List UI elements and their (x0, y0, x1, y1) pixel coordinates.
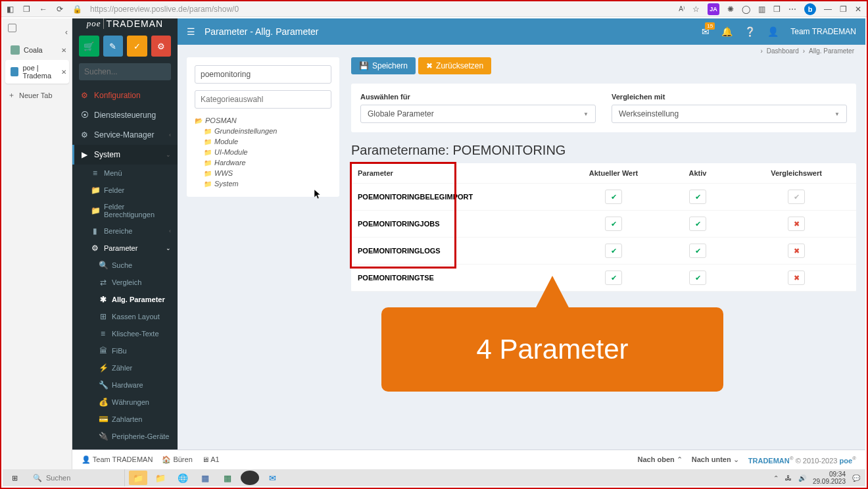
nav-klischee[interactable]: ≡Klischee-Texte (72, 325, 178, 342)
tray-net-icon[interactable]: 🖧 (785, 475, 792, 482)
tab-trademan[interactable]: poe | Tradema ✕ (5, 60, 69, 84)
tree-item[interactable]: 📁Grundeinstellungen (204, 126, 331, 136)
nach-unten-link[interactable]: Nach unten ⌄ (692, 455, 739, 464)
taskbar-app4[interactable]: ● (241, 471, 259, 485)
collections-icon[interactable]: ❐ (23, 5, 30, 14)
settings-button[interactable]: ⚙ (151, 36, 172, 57)
filter-category-input[interactable] (195, 90, 331, 109)
check-icon: ✔ (605, 270, 622, 285)
nav-fibu[interactable]: 🏛FiBu (72, 342, 178, 359)
footer-copyright: TRADEMAN® © 2010-2023 poe® (748, 455, 856, 465)
taskbar-edge[interactable]: 🌐 (174, 471, 192, 485)
user-name[interactable]: Team TRADEMAN (790, 27, 856, 36)
url-bar[interactable]: https://poereview.poslive.de/param/show/… (90, 5, 671, 14)
close-window-icon[interactable]: ✕ (855, 5, 861, 14)
callout-annotation: 4 Parameter (381, 307, 723, 392)
stats-button[interactable]: ✓ (127, 36, 147, 57)
tree-item[interactable]: 📁WWS (204, 168, 331, 178)
chevron-down-icon: ▼ (834, 111, 840, 117)
table-row[interactable]: POEMONITORINGJOBS✔✔✖ (351, 211, 856, 238)
filter-search-input[interactable] (195, 65, 331, 84)
nav-suche[interactable]: 🔍Suche (72, 257, 178, 274)
select-scope[interactable]: Globale Parameter▼ (360, 105, 596, 123)
nav-service[interactable]: ⚙Service-Manager‹ (72, 125, 178, 145)
nav-zahlarten[interactable]: 💳Zahlarten (72, 411, 178, 428)
taskbar-search[interactable]: 🔍 Suchen (26, 469, 125, 486)
nav-hardware[interactable]: 🔧Hardware (72, 376, 178, 394)
taskbar-app[interactable]: 📁 (151, 471, 170, 485)
menu-toggle-icon[interactable]: ☰ (187, 26, 195, 37)
nav-menu[interactable]: ≡Menü (72, 165, 178, 182)
category-tree: 📂POSMAN 📁Grundeinstellungen 📁Module 📁UI-… (195, 115, 331, 189)
table-row[interactable]: POEMONITORINGLOGS✔✔✖ (351, 238, 856, 265)
nav-system[interactable]: ▶System⌄ (72, 145, 178, 165)
split-icon[interactable]: ▥ (758, 5, 765, 14)
nav-felder[interactable]: 📁Felder (72, 182, 178, 199)
read-aloud-icon[interactable]: A⁾ (679, 5, 685, 13)
check-icon: ✔ (788, 190, 805, 204)
check-icon: ✖ (788, 217, 805, 231)
parameter-title: Parametername: POEMONITORING (351, 143, 856, 158)
nav-peripherie[interactable]: 🔌Peripherie-Geräte (72, 428, 178, 445)
nach-oben-link[interactable]: Nach oben ⌃ (638, 455, 683, 464)
edit-button[interactable]: ✎ (103, 36, 124, 57)
collapse-icon[interactable]: ‹ (65, 28, 68, 37)
tree-item[interactable]: 📁Hardware (204, 157, 331, 168)
parameter-table: Parameter Aktueller Wert Aktiv Vergleich… (351, 163, 856, 292)
bell-icon[interactable]: 🔔 (721, 26, 733, 37)
table-row[interactable]: POEMONITORINGBELEGIMPORT✔✔✔ (351, 184, 856, 211)
tree-item[interactable]: 📁Module (204, 136, 331, 147)
sidebar-search-input[interactable] (84, 67, 178, 76)
tray-chevron-icon[interactable]: ⌃ (773, 475, 779, 482)
back-icon[interactable]: ← (39, 5, 47, 14)
filter-panel: 📂POSMAN 📁Grundeinstellungen 📁Module 📁UI-… (187, 57, 339, 197)
bing-icon[interactable]: b (804, 3, 816, 15)
tray-notif-icon[interactable]: 💬 (852, 475, 860, 482)
refresh-icon[interactable]: ⟳ (57, 5, 63, 14)
nav-vergleich[interactable]: ⇄Vergleich (72, 274, 178, 291)
app-sidebar: poeTRADEMAN 🛒 ✎ ✓ ⚙ 🔍 ⚙Konfiguration ⦿Di… (72, 18, 178, 469)
new-tab-button[interactable]: ＋ Neuer Tab (3, 85, 72, 105)
nav-parameter[interactable]: ⚙Parameter⌄ (72, 240, 178, 257)
tree-item[interactable]: 📁UI-Module (204, 147, 331, 157)
taskbar-outlook[interactable]: ✉ (263, 471, 281, 485)
nav-allg-parameter[interactable]: ✱Allg. Parameter (72, 291, 178, 308)
tray-clock[interactable]: 09:34 29.09.2023 (813, 471, 846, 485)
nav-kassen-layout[interactable]: ⊞Kassen Layout (72, 308, 178, 325)
favorite-icon[interactable]: ☆ (692, 5, 700, 14)
profile-badge[interactable]: JA (708, 3, 719, 15)
nav-waehrungen[interactable]: 💰Währungen (72, 394, 178, 411)
user-icon[interactable]: 👤 (767, 26, 779, 37)
taskbar-app3[interactable]: ▦ (218, 471, 237, 485)
tray-sound-icon[interactable]: 🔊 (798, 475, 806, 482)
tree-root[interactable]: 📂POSMAN (195, 115, 331, 126)
save-button[interactable]: 💾Speichern (351, 57, 416, 74)
menu-icon[interactable]: ⋯ (788, 5, 796, 14)
taskbar-explorer[interactable]: 📁 (129, 471, 147, 485)
maximize-icon[interactable]: ❐ (840, 5, 847, 14)
sidebar-search[interactable]: 🔍 (79, 63, 171, 80)
nav-zaehler[interactable]: ⚡Zähler (72, 359, 178, 376)
nav-bereiche[interactable]: ▮Bereiche‹ (72, 222, 178, 240)
taskbar-app2[interactable]: ▦ (196, 471, 214, 485)
cart-button[interactable]: 🛒 (79, 36, 99, 57)
tab-coala[interactable]: Coala ✕ (5, 41, 69, 59)
tabs-icon[interactable] (8, 24, 16, 32)
nav-dienst[interactable]: ⦿Dienstesteuerung (72, 105, 178, 125)
collections2-icon[interactable]: ❒ (773, 5, 781, 14)
extension-icon[interactable]: ✺ (727, 5, 734, 14)
table-row[interactable]: POEMONITORINGTSE✔✔✖ (351, 265, 856, 292)
start-button[interactable]: ⊞ (3, 474, 26, 482)
nav-felder-ber[interactable]: 📁Felder Berechtigungen (72, 199, 178, 222)
sync-icon[interactable]: ◯ (742, 5, 750, 14)
nav-konfiguration[interactable]: ⚙Konfiguration (72, 86, 178, 105)
minimize-icon[interactable]: ― (824, 5, 832, 14)
close-tab-icon[interactable]: ✕ (61, 68, 66, 76)
tab-icon[interactable]: ◧ (7, 5, 14, 14)
close-tab-icon[interactable]: ✕ (61, 47, 66, 54)
select-compare[interactable]: Werkseinstellung▼ (612, 105, 847, 123)
mail-icon[interactable]: ✉15 (702, 26, 710, 37)
help-icon[interactable]: ❔ (744, 26, 756, 37)
reset-button[interactable]: ✖Zurücksetzen (418, 57, 491, 74)
tree-item[interactable]: 📁System (204, 178, 331, 189)
